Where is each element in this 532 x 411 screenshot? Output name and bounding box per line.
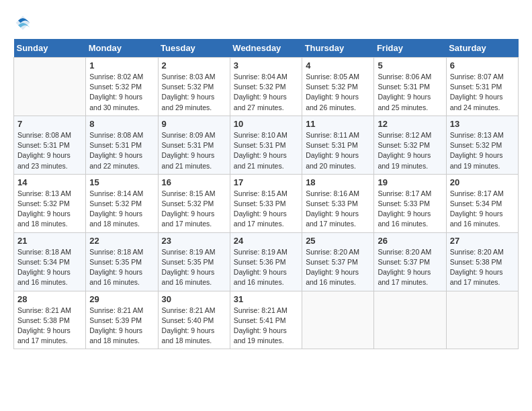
day-number: 27: [450, 236, 515, 246]
day-info: Sunrise: 8:16 AMSunset: 5:33 PMDaylight:…: [306, 189, 370, 230]
calendar-cell: 6Sunrise: 8:07 AMSunset: 5:31 PMDaylight…: [446, 58, 518, 116]
calendar-cell: 7Sunrise: 8:08 AMSunset: 5:31 PMDaylight…: [14, 116, 86, 174]
day-number: 23: [162, 236, 226, 246]
weekday-header-wednesday: Wednesday: [230, 39, 302, 58]
calendar-cell: 18Sunrise: 8:16 AMSunset: 5:33 PMDayligh…: [302, 174, 374, 232]
day-info: Sunrise: 8:08 AMSunset: 5:31 PMDaylight:…: [89, 130, 154, 171]
day-info: Sunrise: 8:07 AMSunset: 5:31 PMDaylight:…: [450, 72, 515, 113]
calendar-cell: 12Sunrise: 8:12 AMSunset: 5:32 PMDayligh…: [374, 116, 446, 174]
day-number: 12: [378, 119, 442, 129]
day-info: Sunrise: 8:03 AMSunset: 5:32 PMDaylight:…: [162, 72, 226, 113]
calendar-cell: 21Sunrise: 8:18 AMSunset: 5:34 PMDayligh…: [14, 232, 86, 291]
day-number: 9: [162, 119, 226, 129]
logo-icon: [13, 13, 32, 32]
day-info: Sunrise: 8:21 AMSunset: 5:40 PMDaylight:…: [162, 306, 226, 347]
calendar-week-3: 14Sunrise: 8:13 AMSunset: 5:32 PMDayligh…: [14, 174, 519, 232]
day-info: Sunrise: 8:20 AMSunset: 5:37 PMDaylight:…: [378, 247, 442, 288]
day-info: Sunrise: 8:09 AMSunset: 5:31 PMDaylight:…: [162, 130, 226, 171]
day-number: 19: [378, 177, 442, 187]
day-info: Sunrise: 8:21 AMSunset: 5:41 PMDaylight:…: [234, 306, 298, 347]
day-number: 30: [162, 294, 226, 304]
day-info: Sunrise: 8:02 AMSunset: 5:32 PMDaylight:…: [89, 72, 154, 113]
calendar-cell: 24Sunrise: 8:19 AMSunset: 5:36 PMDayligh…: [230, 232, 302, 291]
day-number: 17: [234, 177, 298, 187]
calendar-cell: 14Sunrise: 8:13 AMSunset: 5:32 PMDayligh…: [14, 174, 86, 232]
page-header: [13, 13, 519, 32]
day-number: 4: [306, 60, 370, 71]
day-info: Sunrise: 8:17 AMSunset: 5:33 PMDaylight:…: [378, 189, 442, 230]
day-number: 22: [89, 236, 154, 246]
calendar-cell: 23Sunrise: 8:19 AMSunset: 5:35 PMDayligh…: [158, 232, 230, 291]
day-info: Sunrise: 8:11 AMSunset: 5:31 PMDaylight:…: [306, 130, 370, 171]
day-info: Sunrise: 8:21 AMSunset: 5:38 PMDaylight:…: [17, 306, 82, 347]
calendar-week-1: 1Sunrise: 8:02 AMSunset: 5:32 PMDaylight…: [14, 58, 519, 116]
calendar-cell: [302, 291, 374, 349]
day-info: Sunrise: 8:13 AMSunset: 5:32 PMDaylight:…: [17, 189, 82, 230]
calendar-cell: 31Sunrise: 8:21 AMSunset: 5:41 PMDayligh…: [230, 291, 302, 349]
calendar-cell: 10Sunrise: 8:10 AMSunset: 5:31 PMDayligh…: [230, 116, 302, 174]
calendar-cell: [14, 58, 86, 116]
calendar-cell: 16Sunrise: 8:15 AMSunset: 5:32 PMDayligh…: [158, 174, 230, 232]
calendar-cell: 17Sunrise: 8:15 AMSunset: 5:33 PMDayligh…: [230, 174, 302, 232]
day-info: Sunrise: 8:04 AMSunset: 5:32 PMDaylight:…: [234, 72, 298, 113]
day-number: 14: [17, 177, 82, 187]
day-number: 11: [306, 119, 370, 129]
day-info: Sunrise: 8:13 AMSunset: 5:32 PMDaylight:…: [450, 130, 515, 171]
day-number: 1: [89, 60, 154, 71]
day-info: Sunrise: 8:17 AMSunset: 5:34 PMDaylight:…: [450, 189, 515, 230]
calendar-cell: [374, 291, 446, 349]
day-info: Sunrise: 8:21 AMSunset: 5:39 PMDaylight:…: [89, 306, 154, 347]
day-number: 8: [89, 119, 154, 129]
weekday-header-sunday: Sunday: [14, 39, 86, 58]
day-number: 15: [89, 177, 154, 187]
calendar-cell: [446, 291, 518, 349]
day-info: Sunrise: 8:19 AMSunset: 5:36 PMDaylight:…: [234, 247, 298, 288]
weekday-header-monday: Monday: [86, 39, 158, 58]
day-info: Sunrise: 8:12 AMSunset: 5:32 PMDaylight:…: [378, 130, 442, 171]
day-info: Sunrise: 8:18 AMSunset: 5:34 PMDaylight:…: [17, 247, 82, 288]
calendar-cell: 22Sunrise: 8:18 AMSunset: 5:35 PMDayligh…: [86, 232, 158, 291]
calendar-week-5: 28Sunrise: 8:21 AMSunset: 5:38 PMDayligh…: [14, 291, 519, 349]
day-info: Sunrise: 8:15 AMSunset: 5:33 PMDaylight:…: [234, 189, 298, 230]
calendar-cell: 29Sunrise: 8:21 AMSunset: 5:39 PMDayligh…: [86, 291, 158, 349]
day-number: 26: [378, 236, 442, 246]
calendar-cell: 30Sunrise: 8:21 AMSunset: 5:40 PMDayligh…: [158, 291, 230, 349]
calendar-week-4: 21Sunrise: 8:18 AMSunset: 5:34 PMDayligh…: [14, 232, 519, 291]
calendar-cell: 27Sunrise: 8:20 AMSunset: 5:38 PMDayligh…: [446, 232, 518, 291]
day-number: 18: [306, 177, 370, 187]
weekday-header-saturday: Saturday: [446, 39, 518, 58]
day-number: 3: [234, 60, 298, 71]
calendar-cell: 20Sunrise: 8:17 AMSunset: 5:34 PMDayligh…: [446, 174, 518, 232]
day-number: 7: [17, 119, 82, 129]
calendar-cell: 2Sunrise: 8:03 AMSunset: 5:32 PMDaylight…: [158, 58, 230, 116]
day-info: Sunrise: 8:19 AMSunset: 5:35 PMDaylight:…: [162, 247, 226, 288]
day-info: Sunrise: 8:20 AMSunset: 5:38 PMDaylight:…: [450, 247, 515, 288]
day-number: 29: [89, 294, 154, 304]
day-info: Sunrise: 8:20 AMSunset: 5:37 PMDaylight:…: [306, 247, 370, 288]
logo: [13, 13, 34, 32]
day-number: 2: [162, 60, 226, 71]
day-number: 13: [450, 119, 515, 129]
calendar-cell: 3Sunrise: 8:04 AMSunset: 5:32 PMDaylight…: [230, 58, 302, 116]
calendar-cell: 9Sunrise: 8:09 AMSunset: 5:31 PMDaylight…: [158, 116, 230, 174]
calendar-cell: 25Sunrise: 8:20 AMSunset: 5:37 PMDayligh…: [302, 232, 374, 291]
day-info: Sunrise: 8:10 AMSunset: 5:31 PMDaylight:…: [234, 130, 298, 171]
day-info: Sunrise: 8:14 AMSunset: 5:32 PMDaylight:…: [89, 189, 154, 230]
day-number: 16: [162, 177, 226, 187]
weekday-header-tuesday: Tuesday: [158, 39, 230, 58]
day-number: 5: [378, 60, 442, 71]
day-info: Sunrise: 8:08 AMSunset: 5:31 PMDaylight:…: [17, 130, 82, 171]
calendar-cell: 28Sunrise: 8:21 AMSunset: 5:38 PMDayligh…: [14, 291, 86, 349]
day-number: 6: [450, 60, 515, 71]
day-number: 28: [17, 294, 82, 304]
calendar-header-row: SundayMondayTuesdayWednesdayThursdayFrid…: [14, 39, 519, 58]
calendar-cell: 11Sunrise: 8:11 AMSunset: 5:31 PMDayligh…: [302, 116, 374, 174]
calendar-cell: 15Sunrise: 8:14 AMSunset: 5:32 PMDayligh…: [86, 174, 158, 232]
day-number: 20: [450, 177, 515, 187]
calendar-cell: 4Sunrise: 8:05 AMSunset: 5:32 PMDaylight…: [302, 58, 374, 116]
weekday-header-friday: Friday: [374, 39, 446, 58]
calendar-cell: 26Sunrise: 8:20 AMSunset: 5:37 PMDayligh…: [374, 232, 446, 291]
calendar-cell: 13Sunrise: 8:13 AMSunset: 5:32 PMDayligh…: [446, 116, 518, 174]
calendar-table: SundayMondayTuesdayWednesdayThursdayFrid…: [13, 39, 519, 349]
day-info: Sunrise: 8:18 AMSunset: 5:35 PMDaylight:…: [89, 247, 154, 288]
